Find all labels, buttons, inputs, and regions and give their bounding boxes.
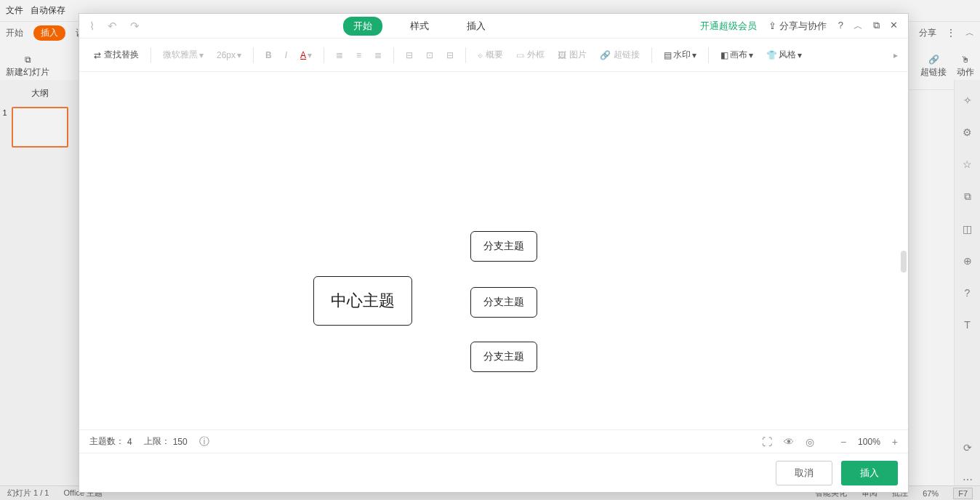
target-icon[interactable]: ◎ bbox=[806, 436, 814, 448]
node-left-button[interactable]: ⊟ bbox=[401, 47, 417, 63]
format-painter-icon[interactable]: ⌇ bbox=[89, 20, 95, 33]
link-icon: 🔗 bbox=[600, 50, 611, 60]
toolbar-more-icon[interactable]: ▸ bbox=[893, 50, 898, 60]
align-center-button[interactable]: ≡ bbox=[352, 47, 366, 63]
zoom-in-icon[interactable]: + bbox=[892, 436, 898, 448]
insert-button[interactable]: 插入 bbox=[841, 461, 898, 485]
info-icon[interactable]: ⓘ bbox=[199, 435, 209, 448]
pic-label: 图片 bbox=[569, 49, 587, 61]
summary-icon: ⟐ bbox=[478, 50, 483, 60]
swap-icon: ⇄ bbox=[94, 50, 101, 60]
center-node[interactable]: 中心主题 bbox=[313, 276, 412, 326]
vip-link[interactable]: 开通超级会员 bbox=[700, 20, 757, 33]
tab-insert[interactable]: 插入 bbox=[457, 17, 496, 36]
watermark-button[interactable]: ▤水印 ▾ bbox=[659, 46, 701, 64]
font-select[interactable]: 微软雅黑▾ bbox=[158, 46, 208, 64]
summary-label: 概要 bbox=[486, 49, 503, 61]
tab-style[interactable]: 样式 bbox=[400, 17, 439, 36]
pic-icon: 🖼 bbox=[558, 50, 566, 60]
branch-node-2[interactable]: 分支主题 bbox=[470, 287, 537, 318]
align-left-button[interactable]: ≣ bbox=[332, 47, 348, 63]
pic-button[interactable]: 🖼图片 bbox=[553, 46, 591, 64]
close-icon[interactable]: ✕ bbox=[890, 20, 898, 33]
fit-icon[interactable]: ⛶ bbox=[762, 436, 772, 448]
redo-icon[interactable]: ↷ bbox=[130, 20, 140, 33]
branch-node-3[interactable]: 分支主题 bbox=[470, 342, 537, 372]
node-center-button[interactable]: ⊡ bbox=[422, 47, 438, 63]
watermark-label: 水印 bbox=[673, 49, 691, 61]
mindmap-modal: ⌇ ↶ ↷ 开始 样式 插入 开通超级会员 ⇪分享与协作 ? ︿ ⧉ ✕ ⇄查找… bbox=[79, 13, 909, 493]
modal-toolbar: ⇄查找替换 微软雅黑▾ 26px▾ B I A ▾ ≣ ≡ ≣ ⊟ ⊡ ⊟ ⟐概… bbox=[79, 39, 908, 72]
share-icon: ⇪ bbox=[768, 20, 776, 31]
canvas[interactable]: 中心主题 分支主题 分支主题 分支主题 bbox=[79, 72, 908, 430]
size-select[interactable]: 26px▾ bbox=[212, 47, 246, 63]
align-right-button[interactable]: ≣ bbox=[370, 47, 386, 63]
hyperlink-button[interactable]: 🔗超链接 bbox=[595, 46, 644, 64]
limit-label: 上限： bbox=[144, 435, 170, 448]
topics-label: 主题数： bbox=[89, 435, 124, 448]
find-replace-button[interactable]: ⇄查找替换 bbox=[89, 46, 143, 64]
zoom-out-icon[interactable]: − bbox=[840, 436, 846, 448]
undo-icon[interactable]: ↶ bbox=[108, 20, 117, 33]
canvas-button[interactable]: ◧画布 ▾ bbox=[716, 46, 758, 64]
font-color-button[interactable]: A ▾ bbox=[296, 47, 316, 63]
cancel-button[interactable]: 取消 bbox=[776, 461, 832, 485]
connectors bbox=[79, 72, 297, 181]
italic-button[interactable]: I bbox=[281, 47, 292, 63]
share-button[interactable]: ⇪分享与协作 bbox=[768, 20, 827, 33]
node-right-button[interactable]: ⊟ bbox=[442, 47, 458, 63]
canvas-label: 画布 bbox=[730, 49, 747, 61]
maximize-icon[interactable]: ⧉ bbox=[873, 20, 880, 33]
limit-value: 150 bbox=[173, 437, 188, 447]
outline-label: 外框 bbox=[527, 49, 545, 61]
modal-header: ⌇ ↶ ↷ 开始 样式 插入 开通超级会员 ⇪分享与协作 ? ︿ ⧉ ✕ bbox=[79, 14, 908, 39]
modal-status: 主题数： 4 上限： 150 ⓘ ⛶ 👁 ◎ − 100% + bbox=[79, 430, 908, 453]
bold-button[interactable]: B bbox=[261, 47, 276, 63]
modal-footer: 取消 插入 bbox=[79, 453, 908, 492]
outline-button[interactable]: ▭外框 bbox=[512, 46, 549, 64]
topics-count: 4 bbox=[127, 437, 132, 447]
scrollbar-thumb[interactable] bbox=[901, 251, 907, 273]
eye-icon[interactable]: 👁 bbox=[784, 436, 794, 448]
chevron-down-icon: ▾ bbox=[199, 50, 204, 60]
watermark-icon: ▤ bbox=[664, 50, 672, 60]
link-label: 超链接 bbox=[614, 49, 640, 61]
theme-button[interactable]: 👕风格 ▾ bbox=[762, 46, 806, 64]
chevron-down-icon: ▾ bbox=[237, 50, 241, 60]
zoom-value: 100% bbox=[858, 437, 880, 447]
summary-button[interactable]: ⟐概要 bbox=[473, 46, 507, 64]
theme-label: 风格 bbox=[779, 49, 796, 61]
font-value: 微软雅黑 bbox=[163, 49, 198, 61]
theme-icon: 👕 bbox=[766, 50, 777, 60]
canvas-icon: ◧ bbox=[720, 50, 728, 60]
minimize-icon[interactable]: ︿ bbox=[854, 20, 863, 33]
outline-icon: ▭ bbox=[516, 50, 524, 60]
branch-node-1[interactable]: 分支主题 bbox=[470, 231, 537, 262]
tab-start[interactable]: 开始 bbox=[343, 17, 382, 36]
share-label: 分享与协作 bbox=[779, 20, 827, 33]
find-label: 查找替换 bbox=[104, 49, 139, 61]
size-value: 26px bbox=[217, 50, 236, 60]
help-icon[interactable]: ? bbox=[838, 20, 843, 33]
